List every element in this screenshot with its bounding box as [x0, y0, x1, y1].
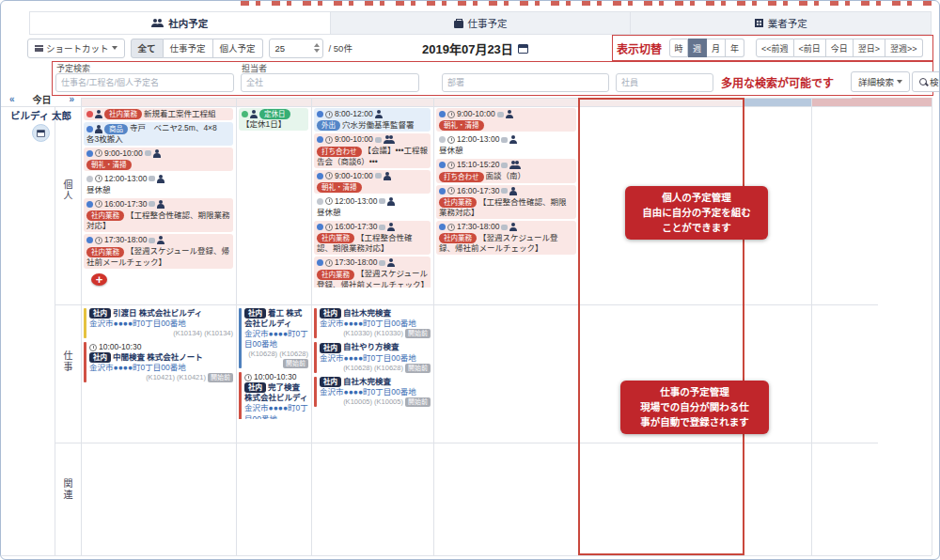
event-type-badge: 打ち合わせ: [317, 147, 362, 157]
search-button[interactable]: 検索: [912, 71, 940, 92]
grid-line: [55, 443, 878, 443]
filter-group: 全て仕事予定個人予定: [131, 39, 263, 58]
event-time: 9:00-10:00: [335, 134, 373, 145]
event-dot: [317, 259, 323, 266]
comment-icon: [501, 137, 508, 143]
personal-event[interactable]: 社内業務新規着工案件工程組: [84, 108, 233, 120]
event-type-badge: 社内業務: [439, 197, 477, 208]
column-header-strip: [433, 98, 579, 106]
detail-search-button[interactable]: 詳細検索: [851, 71, 910, 92]
personal-event[interactable]: 12:00-13:00昼休憩: [84, 173, 233, 196]
personal-event[interactable]: 9:00-10:00朝礼・清掃: [314, 170, 431, 194]
personal-event[interactable]: 定休日【定休1日】: [239, 108, 308, 131]
work-event[interactable]: 社内自社やり方検査金沢市●●●●町0丁目00番地(K10628) (K10628…: [314, 342, 431, 372]
briefcase-icon: [454, 21, 463, 28]
clock-icon: [447, 136, 455, 144]
calendar-icon[interactable]: [518, 44, 528, 54]
event-color-bar: [314, 377, 317, 407]
shortcut-button[interactable]: ショートカット: [27, 39, 125, 58]
grid-line: [744, 98, 744, 555]
personal-event[interactable]: 16:00-17:30社内業務【工程整合性確認、期限業務対応】: [436, 185, 576, 219]
work-event[interactable]: 社内着工 株式会社ビルディ金沢市●●●●町0丁目00番地(K10628) (K1…: [239, 308, 308, 368]
comment-icon: [375, 173, 382, 179]
personal-event[interactable]: 商品寺戸 ベニヤ2.5m、4×8 各3枚搬入: [84, 122, 233, 145]
view-button-2[interactable]: 週: [688, 39, 707, 57]
person-icon: [509, 135, 517, 144]
clock-icon: [325, 111, 333, 118]
work-event[interactable]: 10:00-10:30社内中間検査 株式会社ノート金沢市●●●●町0丁目00番地…: [84, 342, 233, 382]
tab-3[interactable]: 業者予定: [631, 12, 931, 34]
department-input[interactable]: [442, 73, 609, 92]
view-button-1[interactable]: 時: [669, 39, 688, 57]
personal-event[interactable]: 9:00-10:00朝礼・清掃: [436, 108, 576, 132]
user-calendar-button[interactable]: [32, 124, 50, 142]
date-nav-button-4[interactable]: 翌日>: [854, 39, 885, 57]
people-icon: [384, 135, 395, 144]
event-dot: [242, 111, 248, 117]
event-title: 昼休憩: [86, 185, 111, 194]
work-event[interactable]: 社内自社木完検査金沢市●●●●町0丁目00番地(K10005) (K10005)…: [314, 377, 431, 407]
event-dot: [317, 224, 323, 230]
clock-icon: [325, 172, 333, 179]
work-event[interactable]: 社内引渡日 株式会社ビルディ金沢市●●●●町0丁目00番地(K10134) (K…: [84, 308, 233, 338]
clock-icon: [89, 344, 97, 351]
tab-2[interactable]: 仕事予定: [331, 12, 632, 34]
address-text: 金沢市●●●●町0丁目00番地: [244, 329, 308, 350]
employee-input[interactable]: [616, 73, 713, 92]
count-input[interactable]: 25: [269, 39, 323, 58]
comment-icon: [501, 225, 508, 230]
personal-event[interactable]: 15:10-15:20打ち合わせ面談（南）: [436, 159, 576, 182]
current-date: 2019年07月23日: [422, 39, 528, 57]
row-label-2: 仕事: [59, 350, 74, 373]
user-name: ビルディ 太郎: [1, 108, 81, 122]
filter-button-3[interactable]: 個人予定: [213, 39, 263, 58]
filter-button-1[interactable]: 全て: [131, 39, 164, 58]
tab-1[interactable]: 社内予定: [30, 12, 331, 34]
next-week-arrow[interactable]: »: [69, 94, 74, 104]
personal-event[interactable]: 17:30-18:00社内業務【翌週スケジュール登録、帰社前メールチェック】: [436, 221, 576, 255]
personal-event[interactable]: 12:00-13:00昼休憩: [314, 195, 431, 219]
work-event[interactable]: 10:00-10:30社内完了検査 株式会社ビルディ金沢市●●●●町0丁目00番…: [239, 372, 308, 419]
spinner-icon[interactable]: [314, 43, 320, 53]
person-icon: [95, 125, 102, 133]
company-input[interactable]: [241, 73, 419, 92]
address-text: 金沢市●●●●町0丁目00番地: [320, 319, 431, 329]
personal-event[interactable]: 9:00-10:00朝礼・清掃: [84, 148, 233, 171]
event-title: 自社木完検査: [343, 308, 391, 318]
personal-event[interactable]: 16:00-17:30社内業務【工程整合性確認、期限業務対応】: [314, 221, 431, 255]
filter-button-2[interactable]: 仕事予定: [164, 39, 213, 58]
work-event[interactable]: 社内自社木完検査金沢市●●●●町0丁目00番地(K10330) (K10330)…: [314, 308, 431, 338]
event-color-bar: [84, 308, 86, 338]
people-icon: [151, 19, 164, 27]
add-event-button[interactable]: +: [91, 273, 107, 286]
comment-icon: [379, 225, 385, 230]
event-type-badge: 社内業務: [104, 109, 142, 119]
person-icon: [375, 110, 383, 118]
chevron-down-icon: [897, 80, 902, 84]
personal-event[interactable]: 17:30-18:00社内業務【翌週スケジュール登録、帰社前メールチェック】: [314, 257, 431, 288]
personal-event[interactable]: 8:00-12:00外出穴水労働基準監督署: [314, 108, 431, 132]
personal-event[interactable]: 12:00-13:00昼休憩: [436, 133, 576, 157]
event-time: 9:00-10:00: [104, 148, 143, 159]
status-badge: 開始前: [405, 397, 431, 407]
keyword-input[interactable]: [55, 73, 234, 92]
event-dot: [86, 201, 93, 208]
date-nav-button-1[interactable]: <<前週: [756, 39, 794, 57]
personal-event[interactable]: 17:30-18:00社内業務【翌週スケジュール登録、帰社前メールチェック】: [84, 234, 233, 268]
person-icon: [387, 258, 395, 267]
event-type-badge: 社内: [244, 308, 266, 319]
people-icon: [509, 161, 521, 169]
personal-event[interactable]: 9:00-10:00打ち合わせ【会議】•••工程報告会（商談6）•••: [314, 133, 431, 167]
event-color-bar: [314, 342, 317, 372]
date-nav-button-5[interactable]: 翌週>>: [885, 39, 923, 57]
event-time: 17:30-18:00: [335, 257, 377, 268]
status-badge: 開始前: [208, 373, 233, 382]
today-link[interactable]: 今日: [15, 92, 70, 106]
date-nav-button-2[interactable]: <前日: [794, 39, 826, 57]
event-dot: [439, 111, 446, 117]
view-button-3[interactable]: 月: [707, 39, 726, 57]
date-nav-button-3[interactable]: 今日: [826, 39, 854, 57]
personal-event[interactable]: 16:00-17:30社内業務【工程整合性確認、期限業務対応】: [84, 198, 233, 232]
event-title: 【定休1日】: [242, 119, 286, 129]
view-button-4[interactable]: 年: [726, 39, 744, 57]
